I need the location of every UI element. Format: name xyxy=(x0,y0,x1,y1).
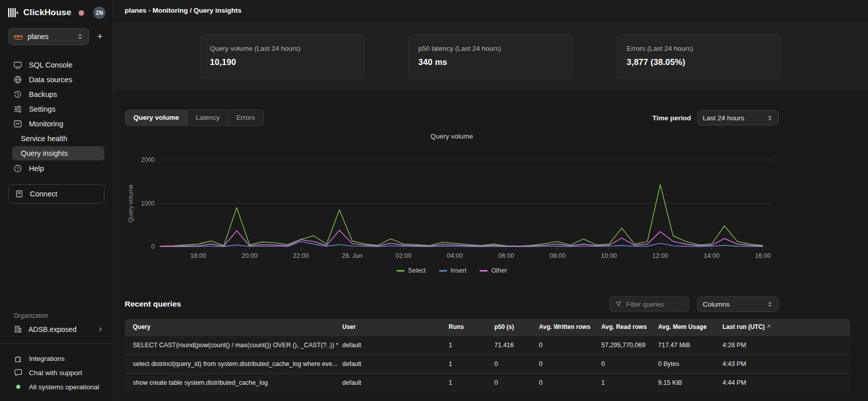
time-period-select[interactable]: Last 24 hours xyxy=(697,110,779,125)
logo-row: ClickHouse ZN xyxy=(0,0,113,24)
cell-written: 0 xyxy=(535,336,597,354)
integrations-puzzle-icon xyxy=(14,354,23,363)
column-header[interactable]: p50 (s) xyxy=(490,319,535,336)
column-header[interactable]: Last run (UTC)^ xyxy=(718,319,850,336)
brand-name: ClickHouse xyxy=(23,8,71,18)
tab-latency[interactable]: Latency xyxy=(188,110,228,125)
sidebar-item-label: Service health xyxy=(21,135,67,143)
table-row[interactable]: show create table system.distributed_cac… xyxy=(125,373,850,392)
status-label: All systems operational xyxy=(29,383,99,391)
columns-label: Columns xyxy=(703,300,767,308)
filter-queries-input-wrap[interactable] xyxy=(609,296,690,312)
tab-errors[interactable]: Errors xyxy=(228,110,263,125)
sidebar-item-integrations[interactable]: Integrations xyxy=(0,351,113,365)
column-header[interactable]: Avg. Written rows xyxy=(535,319,597,336)
backups-icon xyxy=(13,90,22,99)
organization-switcher[interactable]: ADSB.exposed xyxy=(0,325,113,333)
sort-ascending-icon: ^ xyxy=(767,324,770,330)
chart-tabs: Query volume Latency Errors xyxy=(125,110,264,126)
cell-user: default xyxy=(338,336,445,354)
sidebar-item-label: Chat with support xyxy=(29,369,82,377)
y-axis-title: Query volume xyxy=(127,184,134,222)
cell-p50: 0 xyxy=(490,373,535,392)
cell-user: default xyxy=(338,373,445,392)
x-tick-label: 12:00 xyxy=(653,252,668,259)
column-header[interactable]: User xyxy=(338,319,445,336)
organization-heading: Organization xyxy=(14,312,113,319)
table-row[interactable]: SELECT CAST(round(pow(count() / max(coun… xyxy=(125,336,850,354)
table-row[interactable]: select distrinct(query_id) from system.d… xyxy=(125,354,850,373)
chevron-right-icon xyxy=(97,326,103,332)
cell-read: 1 xyxy=(597,373,654,392)
legend-item-insert[interactable]: Insert xyxy=(439,267,466,274)
x-tick-label: 14:00 xyxy=(704,252,719,259)
sidebar: ClickHouse ZN aws planes + SQL Console D… xyxy=(0,0,113,401)
legend-item-select[interactable]: Select xyxy=(396,267,426,274)
add-service-button[interactable]: + xyxy=(94,31,105,42)
console-icon xyxy=(13,60,22,70)
help-icon: ? xyxy=(13,164,22,173)
data-sources-icon xyxy=(13,75,22,84)
column-header[interactable]: Avg. Mem Usage xyxy=(654,319,718,336)
service-selector[interactable]: aws planes xyxy=(8,28,89,45)
query-volume-chart: Query volume 010002000Query volume18:002… xyxy=(125,132,779,274)
connect-button[interactable]: Connect xyxy=(8,184,104,204)
sidebar-item-monitoring[interactable]: Monitoring xyxy=(0,116,113,131)
sidebar-item-label: SQL Console xyxy=(29,61,73,69)
sidebar-item-chat-support[interactable]: Chat with support xyxy=(0,365,113,380)
stat-label: p50 latency (Last 24 hours) xyxy=(418,45,563,52)
columns-select[interactable]: Columns xyxy=(697,296,779,312)
x-tick-label: 04:00 xyxy=(447,252,463,259)
sidebar-item-data-sources[interactable]: Data sources xyxy=(0,72,113,87)
stats-band: Query volume (Last 24 hours) 10,190 p50 … xyxy=(113,21,868,92)
stat-card-p50-latency: p50 latency (Last 24 hours) 340 ms xyxy=(409,35,572,79)
connect-label: Connect xyxy=(30,190,57,198)
breadcrumb: planes - Monitoring / Query insights xyxy=(125,7,241,14)
y-tick-label: 0 xyxy=(151,243,155,250)
cell-read: 57,295,770,069 xyxy=(597,336,654,354)
tab-query-volume[interactable]: Query volume xyxy=(125,110,188,125)
cell-p50: 0 xyxy=(490,354,535,373)
sidebar-item-backups[interactable]: Backups xyxy=(0,87,113,102)
sidebar-item-label: Help xyxy=(29,164,44,173)
cell-p50: 71.416 xyxy=(490,336,535,354)
cell-runs: 1 xyxy=(445,354,490,373)
sidebar-item-sql-console[interactable]: SQL Console xyxy=(0,57,113,72)
sidebar-item-query-insights[interactable]: Query insights xyxy=(12,146,104,160)
sidebar-item-settings[interactable]: Settings xyxy=(0,102,113,116)
sidebar-item-help[interactable]: ? Help xyxy=(0,161,113,176)
x-tick-label: 28. Jun xyxy=(342,252,363,259)
x-tick-label: 22:00 xyxy=(293,252,309,259)
cell-mem: 9.15 KiB xyxy=(654,373,718,392)
organization-icon xyxy=(14,325,22,333)
updown-chevron-icon xyxy=(767,301,773,308)
filter-queries-input[interactable] xyxy=(626,300,682,308)
system-status[interactable]: All systems operational xyxy=(0,380,113,394)
stat-value: 3,877 (38.05%) xyxy=(627,57,771,67)
chart-plot-area: 010002000Query volume18:0020:0022:0028. … xyxy=(125,140,779,263)
connect-icon xyxy=(15,189,24,198)
cell-user: default xyxy=(338,354,445,373)
cell-mem: 717.47 MiB xyxy=(654,336,718,354)
notification-dot[interactable] xyxy=(79,10,84,16)
column-header[interactable]: Avg. Read rows xyxy=(597,319,654,336)
sidebar-item-label: Backups xyxy=(29,90,57,98)
cell-query: select distrinct(query_id) from system.d… xyxy=(125,354,338,373)
sidebar-nav: SQL Console Data sources Backups Setting… xyxy=(0,57,113,176)
recent-queries-table: QueryUserRunsp50 (s)Avg. Written rowsAvg… xyxy=(125,319,850,392)
cell-runs: 1 xyxy=(445,373,490,392)
column-header[interactable]: Query xyxy=(125,319,338,336)
sidebar-item-label: Data sources xyxy=(29,76,72,84)
time-period-value: Last 24 hours xyxy=(703,114,767,122)
x-tick-label: 18:00 xyxy=(190,252,206,259)
sidebar-item-service-health[interactable]: Service health xyxy=(12,131,104,146)
monitoring-icon xyxy=(13,119,22,128)
column-header[interactable]: Runs xyxy=(445,319,490,336)
user-avatar[interactable]: ZN xyxy=(93,7,105,19)
cell-last_run: 4:43 PM xyxy=(718,354,850,373)
x-tick-label: 08:00 xyxy=(550,252,565,259)
y-tick-label: 1000 xyxy=(141,200,155,207)
stat-label: Query volume (Last 24 hours) xyxy=(210,45,354,52)
legend-item-other[interactable]: Other xyxy=(480,267,507,274)
funnel-icon xyxy=(615,300,622,308)
